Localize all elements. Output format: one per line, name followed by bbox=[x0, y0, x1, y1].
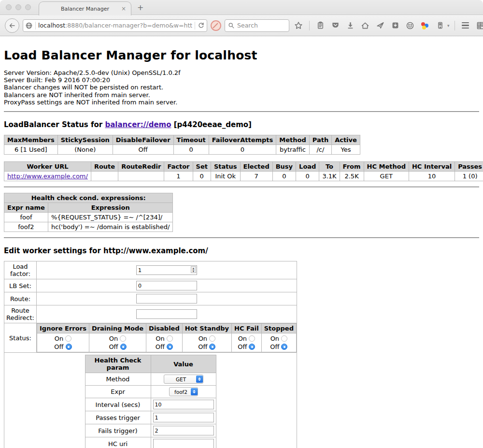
hc-expr-row: Expr foof2 bbox=[85, 386, 216, 398]
tab-groups-button[interactable] bbox=[475, 20, 483, 31]
on-label: On bbox=[109, 334, 118, 343]
panel-download-button[interactable] bbox=[389, 20, 401, 31]
reading-list-button[interactable] bbox=[314, 20, 326, 31]
val-active: Yes bbox=[332, 145, 360, 155]
hc-passes-label: Passes trigger bbox=[85, 411, 151, 424]
val-from: 2.5K bbox=[340, 172, 364, 181]
hamburger-icon bbox=[462, 22, 469, 29]
route-redirect-row: Route Redirect: bbox=[4, 305, 297, 323]
draining-mode-options: On Off bbox=[89, 333, 146, 352]
val-disablefailover: Off bbox=[113, 145, 173, 155]
select-stepper-icon bbox=[191, 388, 198, 395]
col-stopped: Stopped bbox=[261, 324, 296, 333]
home-button[interactable] bbox=[359, 20, 371, 31]
val-hc-interval: 10 bbox=[409, 172, 455, 181]
hc-passes-input[interactable] bbox=[153, 413, 214, 422]
load-factor-input[interactable] bbox=[136, 265, 197, 275]
colorful-dots-button[interactable] bbox=[419, 20, 431, 31]
new-tab-button[interactable]: + bbox=[137, 3, 143, 12]
hc-method-select[interactable]: GET bbox=[164, 375, 203, 384]
col-stickysession: StickySession bbox=[57, 135, 113, 145]
blocked-content-icon[interactable] bbox=[211, 20, 221, 31]
reload-icon[interactable] bbox=[198, 22, 205, 29]
val-timeout: 0 bbox=[173, 145, 209, 155]
hc-fail-on-radio[interactable] bbox=[249, 335, 255, 342]
col-load: Load bbox=[296, 162, 319, 172]
close-window-button[interactable] bbox=[6, 4, 12, 10]
ignore-errors-on-radio[interactable] bbox=[65, 335, 71, 342]
hot-standby-on-radio[interactable] bbox=[209, 335, 215, 342]
star-icon bbox=[294, 21, 303, 30]
device-sync-button[interactable] bbox=[434, 20, 446, 31]
col-route: Route bbox=[91, 162, 118, 172]
edit-worker-form-table: Load factor: ▲▼ LB Set: Route: Route Red… bbox=[4, 261, 297, 448]
share-button[interactable] bbox=[374, 20, 386, 31]
select-stepper-icon bbox=[196, 376, 203, 383]
off-label: Off bbox=[238, 343, 247, 351]
expr-value-foof: %{REQUEST_STATUS} =~ /^[234]/ bbox=[48, 213, 173, 222]
route-input[interactable] bbox=[136, 294, 197, 303]
hc-expr-select[interactable]: foof2 bbox=[169, 387, 198, 396]
hc-expr-selected-value: foof2 bbox=[173, 389, 191, 395]
status-row: Status: Ignore Errors Draining Mode Disa… bbox=[4, 323, 297, 353]
number-stepper-icon[interactable]: ▲▼ bbox=[191, 266, 196, 273]
hc-uri-input[interactable] bbox=[153, 439, 214, 448]
url-path: :8880/balancer-manager?b=demo&w=http://w… bbox=[65, 22, 192, 29]
col-status: Status bbox=[211, 162, 240, 172]
on-label: On bbox=[199, 334, 207, 343]
device-icon bbox=[436, 21, 444, 29]
globe-icon bbox=[25, 22, 33, 29]
draining-mode-off-radio[interactable] bbox=[120, 344, 127, 350]
back-button[interactable] bbox=[5, 18, 19, 33]
hc-interval-input[interactable] bbox=[153, 400, 214, 409]
balancer-header-row: MaxMembers StickySession DisableFailover… bbox=[4, 135, 360, 145]
zoom-window-button[interactable] bbox=[25, 4, 31, 10]
inherit-note-line: Balancers are NOT inherited from main se… bbox=[4, 91, 479, 99]
worker-url-link[interactable]: http://www.example.com/ bbox=[7, 173, 88, 180]
hc-fail-off-radio[interactable] bbox=[249, 344, 255, 350]
url-text[interactable]: localhost:8880/balancer-manager?b=demo&w… bbox=[38, 22, 192, 29]
col-hc-value: Value bbox=[151, 355, 216, 373]
hot-standby-off-radio[interactable] bbox=[209, 344, 215, 350]
pocket-button[interactable] bbox=[329, 20, 341, 31]
bookmark-star-button[interactable] bbox=[293, 20, 304, 31]
disabled-off-radio[interactable] bbox=[167, 344, 173, 350]
feedback-button[interactable] bbox=[404, 20, 416, 31]
on-label: On bbox=[156, 334, 164, 343]
col-draining-mode: Draining Mode bbox=[89, 324, 146, 333]
hc-fails-input[interactable] bbox=[153, 426, 214, 435]
persist-note-line: Balancer changes will NOT be persisted o… bbox=[4, 84, 479, 91]
downloads-button[interactable] bbox=[344, 20, 356, 31]
lb-set-input[interactable] bbox=[136, 281, 197, 290]
ignore-errors-off-radio[interactable] bbox=[66, 344, 72, 350]
on-label: On bbox=[238, 334, 247, 343]
expr-title-row: Health check cond. expressions: bbox=[4, 193, 173, 203]
balancer-demo-link[interactable]: balancer://demo bbox=[105, 120, 171, 129]
col-method: Method bbox=[276, 135, 309, 145]
val-method: bytraffic bbox=[276, 145, 309, 155]
stopped-off-radio[interactable] bbox=[281, 344, 287, 350]
val-passes: 1 (0) bbox=[455, 172, 483, 181]
device-dropdown-caret-icon[interactable]: ▾ bbox=[447, 23, 450, 28]
page-content: Load Balancer Manager for localhost Serv… bbox=[0, 48, 483, 448]
search-icon bbox=[228, 22, 235, 29]
back-arrow-icon bbox=[8, 22, 16, 29]
ignore-errors-options: On Off bbox=[37, 333, 89, 352]
url-bar[interactable]: localhost:8880/balancer-manager?b=demo&w… bbox=[23, 19, 207, 32]
val-load: 0 bbox=[296, 172, 319, 181]
minimize-window-button[interactable] bbox=[15, 4, 21, 10]
tab-close-icon[interactable]: × bbox=[121, 5, 126, 12]
on-label: On bbox=[55, 334, 63, 343]
health-check-params-table: Health Check param Value Method GET Expr… bbox=[85, 355, 216, 448]
col-busy: Busy bbox=[272, 162, 296, 172]
val-status: Init Ok bbox=[211, 172, 240, 181]
browser-tab[interactable]: Balancer Manager × bbox=[39, 1, 131, 15]
route-label: Route: bbox=[4, 292, 37, 305]
route-redirect-input[interactable] bbox=[136, 309, 197, 319]
search-field[interactable]: Search bbox=[225, 19, 289, 32]
disabled-on-radio[interactable] bbox=[167, 335, 173, 342]
draining-mode-on-radio[interactable] bbox=[120, 335, 126, 342]
col-passes: Passes bbox=[455, 162, 483, 172]
stopped-on-radio[interactable] bbox=[281, 335, 287, 342]
menu-button[interactable] bbox=[460, 20, 471, 31]
